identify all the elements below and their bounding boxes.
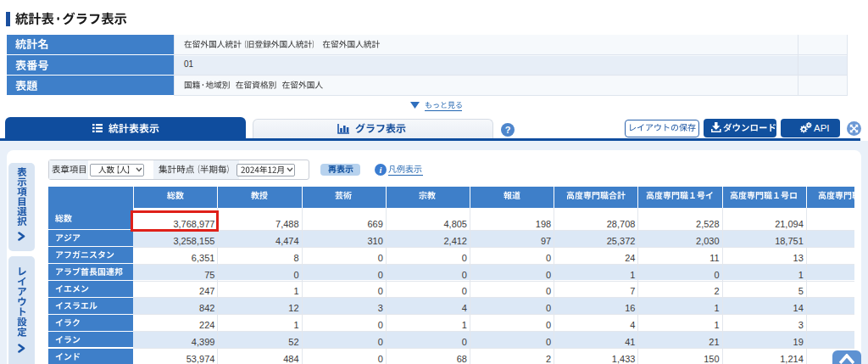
svg-text:?: ?	[505, 124, 511, 134]
svg-text:i: i	[380, 165, 382, 175]
